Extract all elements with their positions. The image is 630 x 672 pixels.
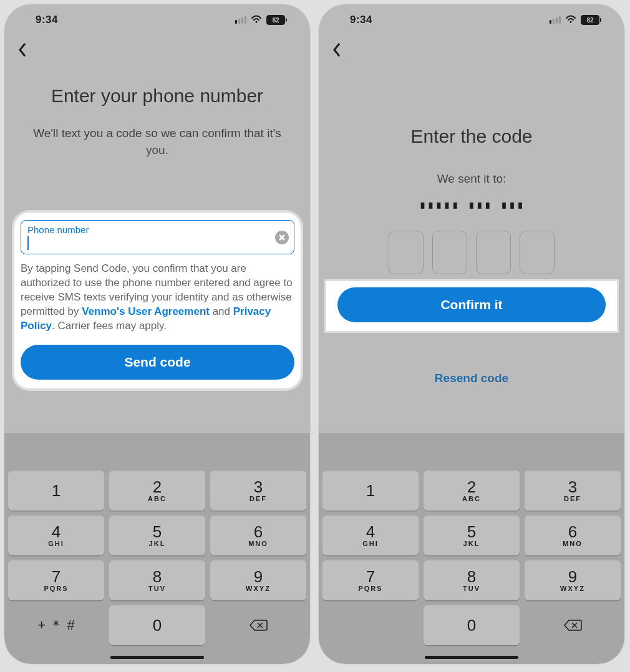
svg-point-5 [570, 21, 572, 23]
key-0[interactable]: 0 [424, 605, 520, 645]
key-2[interactable]: 2ABC [424, 471, 520, 511]
key-3[interactable]: 3DEF [210, 471, 306, 511]
wifi-icon [250, 14, 263, 26]
code-digit-1[interactable] [389, 231, 424, 274]
key-0[interactable]: 0 [109, 605, 205, 645]
battery-icon: 82 [581, 15, 599, 25]
numeric-keypad: 1 2ABC 3DEF 4GHI 5JKL 6MNO 7PQRS 8TUV 9W… [319, 433, 624, 664]
page-title: Enter your phone number [22, 85, 293, 107]
code-digit-3[interactable] [476, 231, 511, 274]
code-input-group [336, 231, 607, 274]
key-7[interactable]: 7PQRS [8, 560, 104, 600]
resend-code-link[interactable]: Resend code [435, 372, 508, 385]
backspace-icon[interactable] [210, 605, 306, 645]
phone-screen-enter-number: 9:34 82 Enter your phone number We'll te… [4, 4, 311, 665]
svg-point-0 [256, 21, 258, 23]
text-caret [27, 236, 29, 250]
key-1[interactable]: 1 [8, 471, 104, 511]
back-icon[interactable] [331, 42, 342, 60]
key-6[interactable]: 6MNO [210, 516, 306, 555]
key-symbols[interactable]: + ＊ # [8, 605, 104, 645]
key-5[interactable]: 5JKL [109, 516, 205, 555]
clear-input-icon[interactable] [275, 231, 289, 244]
sent-to-label: We sent it to: [336, 172, 607, 186]
back-icon[interactable] [17, 42, 28, 60]
status-bar: 9:34 82 [4, 4, 310, 36]
home-indicator[interactable] [110, 656, 204, 659]
numeric-keypad: 1 2ABC 3DEF 4GHI 5JKL 6MNO 7PQRS 8TUV 9W… [4, 433, 310, 664]
key-8[interactable]: 8TUV [109, 560, 205, 600]
key-9[interactable]: 9WXYZ [210, 560, 306, 600]
battery-icon: 82 [266, 15, 285, 25]
key-7[interactable]: 7PQRS [322, 560, 419, 600]
backspace-icon[interactable] [525, 605, 621, 645]
confirm-panel: Confirm it [326, 281, 617, 331]
page-title: Enter the code [336, 126, 607, 147]
phone-input-label: Phone number [27, 224, 288, 235]
sent-to-value: ▮▮▮▮▮ ▮▮▮ ▮▮▮ [336, 198, 607, 211]
key-9[interactable]: 9WXYZ [525, 560, 621, 600]
cellular-signal-icon [550, 16, 561, 24]
phone-screen-enter-code: 9:34 82 Enter the code We sent it to: ▮▮… [318, 4, 625, 665]
status-time: 9:34 [350, 14, 372, 26]
status-bar: 9:34 82 [319, 4, 624, 36]
send-code-button[interactable]: Send code [21, 345, 294, 380]
phone-input-wrap[interactable]: Phone number [21, 220, 294, 254]
disclaimer-text: By tapping Send Code, you confirm that y… [21, 262, 294, 334]
key-4[interactable]: 4GHI [322, 516, 419, 555]
key-1[interactable]: 1 [322, 471, 419, 511]
home-indicator[interactable] [425, 656, 518, 659]
key-4[interactable]: 4GHI [8, 516, 104, 555]
code-digit-4[interactable] [520, 231, 555, 274]
status-time: 9:34 [36, 14, 58, 26]
key-8[interactable]: 8TUV [424, 560, 520, 600]
key-3[interactable]: 3DEF [525, 471, 621, 511]
phone-entry-panel: Phone number By tapping Send Code, you c… [14, 213, 301, 388]
code-digit-2[interactable] [432, 231, 467, 274]
confirm-button[interactable]: Confirm it [337, 287, 606, 322]
page-subtitle: We'll text you a code so we can confirm … [22, 125, 293, 158]
link-user-agreement[interactable]: Venmo's User Agreement [82, 305, 210, 317]
key-5[interactable]: 5JKL [424, 516, 520, 555]
key-6[interactable]: 6MNO [525, 516, 621, 555]
nav-bar [319, 36, 624, 67]
nav-bar [4, 36, 310, 67]
key-2[interactable]: 2ABC [109, 471, 205, 511]
wifi-icon [565, 14, 577, 26]
cellular-signal-icon [235, 16, 246, 24]
